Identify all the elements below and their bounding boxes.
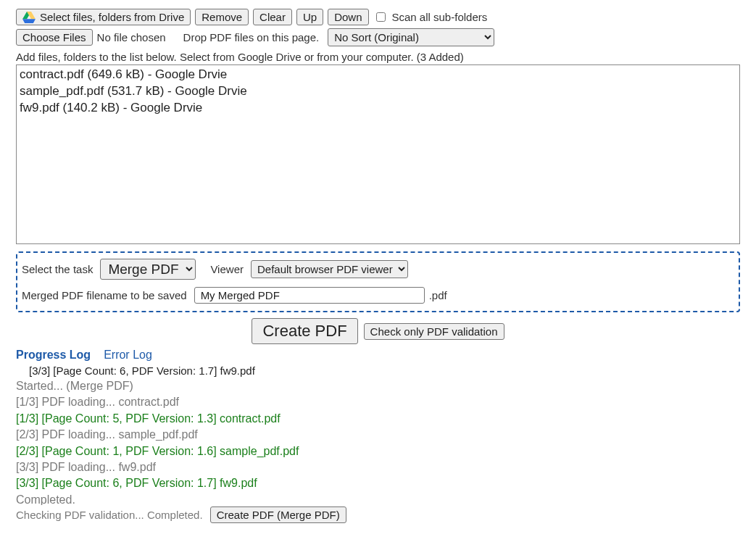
viewer-select[interactable]: Default browser PDF viewer [251,260,408,278]
toolbar-row: Select files, folders from Drive Remove … [16,9,740,25]
task-panel: Select the task Merge PDF Viewer Default… [16,251,740,312]
create-pdf-button[interactable]: Create PDF [252,318,357,344]
log-tabs: Progress Log Error Log [16,349,740,362]
scan-subfolders-label: Scan all sub-folders [392,11,488,23]
clear-button[interactable]: Clear [253,9,292,25]
task-select[interactable]: Merge PDF [100,259,196,280]
log-line: [3/3] PDF loading... fw9.pdf [16,459,740,475]
scan-subfolders-checkbox[interactable] [376,12,386,22]
create-pdf-merge-button[interactable]: Create PDF (Merge PDF) [210,506,346,523]
log-line: [1/3] PDF loading... contract.pdf [16,394,740,410]
down-button[interactable]: Down [328,9,368,25]
select-from-drive-button[interactable]: Select files, folders from Drive [16,9,191,25]
log-line: [3/3] [Page Count: 6, PDF Version: 1.7] … [16,475,740,491]
choose-files-button[interactable]: Choose Files [16,29,93,46]
log-line: Completed. [16,492,740,505]
task-label: Select the task [22,263,93,275]
viewer-label: Viewer [210,263,244,275]
filename-input[interactable] [194,287,425,304]
drive-button-label: Select files, folders from Drive [40,11,184,23]
filename-ext: .pdf [429,289,447,301]
list-item[interactable]: sample_pdf.pdf (531.7 kB) - Google Drvie [20,83,736,100]
up-button[interactable]: Up [296,9,323,25]
instruction-text: Add files, folders to the list below. Se… [16,51,740,63]
sort-select[interactable]: No Sort (Original) [328,28,494,46]
check-validation-button[interactable]: Check only PDF validation [364,323,504,340]
file-chosen-status: No file chosen [97,31,166,43]
log-line: [1/3] [Page Count: 5, PDF Version: 1.3] … [16,411,740,427]
choose-row: Choose Files No file chosen Drop PDF fil… [16,28,740,46]
filename-label: Merged PDF filename to be saved [22,289,187,301]
file-list[interactable]: contract.pdf (649.6 kB) - Google Drviesa… [16,64,740,244]
log-line: [2/3] PDF loading... sample_pdf.pdf [16,427,740,443]
tab-error-log[interactable]: Error Log [104,349,152,362]
tab-progress-log[interactable]: Progress Log [16,349,91,362]
google-drive-icon [22,12,36,23]
log-area[interactable]: Started... (Merge PDF)[1/3] PDF loading.… [16,378,740,505]
log-line: Started... (Merge PDF) [16,378,740,394]
remove-button[interactable]: Remove [195,9,249,25]
action-row: Create PDF Check only PDF validation [16,318,740,344]
current-progress-line: [3/3] [Page Count: 6, PDF Version: 1.7] … [29,364,740,377]
validation-status: Checking PDF validation... Completed. [16,509,203,521]
list-item[interactable]: fw9.pdf (140.2 kB) - Google Drvie [20,100,736,117]
bottom-row: Checking PDF validation... Completed. Cr… [16,506,740,523]
log-line: [2/3] [Page Count: 1, PDF Version: 1.6] … [16,443,740,459]
drop-files-label: Drop PDF files on this page. [183,31,320,43]
list-item[interactable]: contract.pdf (649.6 kB) - Google Drvie [20,67,736,83]
